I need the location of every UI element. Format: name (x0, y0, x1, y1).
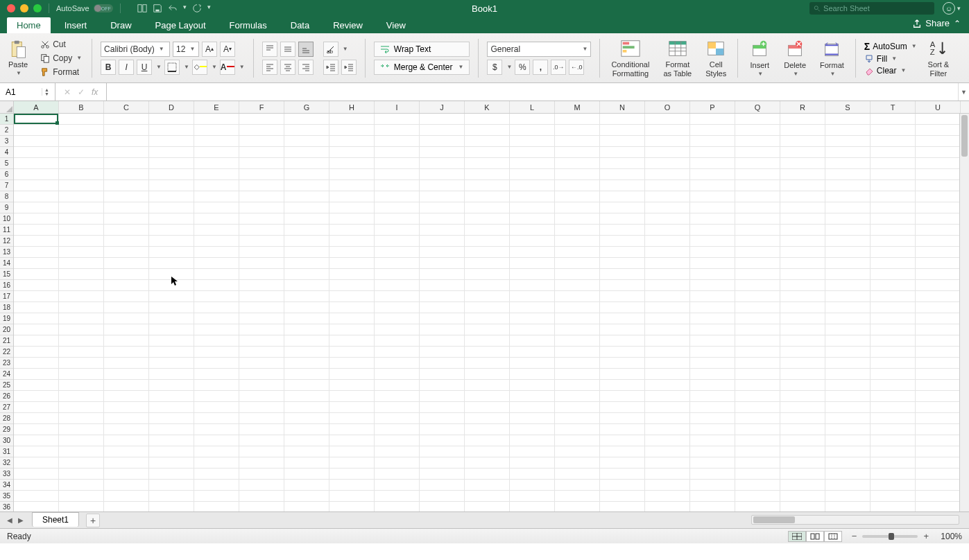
column-header-P[interactable]: P (690, 101, 735, 113)
cell-Q30[interactable] (735, 435, 780, 446)
ribbon-tab-insert[interactable]: Insert (55, 17, 97, 33)
cell-P13[interactable] (690, 247, 735, 258)
cell-G13[interactable] (284, 247, 329, 258)
cell-T10[interactable] (871, 213, 916, 225)
cell-R20[interactable] (780, 324, 825, 335)
cell-C1[interactable] (104, 114, 149, 125)
cell-R26[interactable] (780, 391, 825, 402)
cell-S22[interactable] (825, 347, 871, 358)
cell-I30[interactable] (375, 435, 420, 446)
cell-A36[interactable] (14, 502, 59, 511)
cell-I26[interactable] (375, 391, 420, 402)
cell-H31[interactable] (329, 446, 375, 457)
cell-J2[interactable] (420, 125, 465, 136)
row-header-9[interactable]: 9 (0, 202, 13, 213)
cell-D23[interactable] (149, 358, 194, 369)
row-header-12[interactable]: 12 (0, 236, 13, 247)
cell-D27[interactable] (149, 402, 194, 413)
decrease-indent-button[interactable] (323, 60, 338, 75)
cell-A31[interactable] (14, 446, 59, 457)
cell-U26[interactable] (916, 391, 961, 402)
cell-G14[interactable] (284, 258, 329, 269)
cell-B26[interactable] (59, 391, 104, 402)
cell-B35[interactable] (59, 491, 104, 502)
share-button[interactable]: Share (912, 18, 950, 28)
cell-M9[interactable] (555, 202, 600, 213)
cell-O31[interactable] (645, 446, 690, 457)
cell-H1[interactable] (329, 114, 375, 125)
cell-J32[interactable] (420, 457, 465, 469)
cell-T9[interactable] (871, 202, 916, 213)
cell-Q18[interactable] (735, 302, 780, 313)
cell-M3[interactable] (555, 136, 600, 147)
cell-N23[interactable] (600, 358, 645, 369)
cell-R30[interactable] (780, 435, 825, 446)
cell-N35[interactable] (600, 491, 645, 502)
zoom-level[interactable]: 100% (934, 532, 962, 541)
cell-I17[interactable] (375, 291, 420, 302)
cell-K5[interactable] (465, 158, 510, 169)
cell-N25[interactable] (600, 380, 645, 391)
cell-B21[interactable] (59, 335, 104, 347)
cell-S23[interactable] (825, 358, 871, 369)
cell-L1[interactable] (510, 114, 555, 125)
cell-P21[interactable] (690, 335, 735, 347)
cell-B15[interactable] (59, 269, 104, 280)
cell-J22[interactable] (420, 347, 465, 358)
cell-P22[interactable] (690, 347, 735, 358)
cell-A28[interactable] (14, 413, 59, 424)
cell-R19[interactable] (780, 313, 825, 324)
cell-R12[interactable] (780, 236, 825, 247)
decrease-decimal-button[interactable]: ←.0 (569, 60, 584, 75)
add-sheet-button[interactable]: + (86, 514, 100, 527)
cell-K31[interactable] (465, 446, 510, 457)
cell-S10[interactable] (825, 213, 871, 225)
cell-A17[interactable] (14, 291, 59, 302)
cell-A6[interactable] (14, 169, 59, 180)
cell-C30[interactable] (104, 435, 149, 446)
cell-A14[interactable] (14, 258, 59, 269)
cell-H11[interactable] (329, 225, 375, 236)
cell-I6[interactable] (375, 169, 420, 180)
cell-P24[interactable] (690, 369, 735, 380)
horizontal-scroll-thumb[interactable] (753, 516, 795, 523)
cell-K10[interactable] (465, 213, 510, 225)
cell-K26[interactable] (465, 391, 510, 402)
cell-U29[interactable] (916, 424, 961, 435)
cell-E10[interactable] (194, 213, 239, 225)
row-header-6[interactable]: 6 (0, 169, 13, 180)
cell-R31[interactable] (780, 446, 825, 457)
cell-U9[interactable] (916, 202, 961, 213)
cell-C33[interactable] (104, 469, 149, 480)
cell-O1[interactable] (645, 114, 690, 125)
cell-E23[interactable] (194, 358, 239, 369)
cell-U15[interactable] (916, 269, 961, 280)
cell-G8[interactable] (284, 191, 329, 202)
cell-E5[interactable] (194, 158, 239, 169)
cell-I28[interactable] (375, 413, 420, 424)
cell-P15[interactable] (690, 269, 735, 280)
cell-K9[interactable] (465, 202, 510, 213)
cell-J17[interactable] (420, 291, 465, 302)
cell-T6[interactable] (871, 169, 916, 180)
cell-B2[interactable] (59, 125, 104, 136)
cell-S27[interactable] (825, 402, 871, 413)
cell-E35[interactable] (194, 491, 239, 502)
cell-D9[interactable] (149, 202, 194, 213)
cell-A7[interactable] (14, 180, 59, 191)
cell-C34[interactable] (104, 480, 149, 491)
cell-O15[interactable] (645, 269, 690, 280)
cell-M28[interactable] (555, 413, 600, 424)
cell-S28[interactable] (825, 413, 871, 424)
cell-T31[interactable] (871, 446, 916, 457)
cell-F3[interactable] (239, 136, 284, 147)
cell-I21[interactable] (375, 335, 420, 347)
cell-K21[interactable] (465, 335, 510, 347)
cell-C17[interactable] (104, 291, 149, 302)
cell-S14[interactable] (825, 258, 871, 269)
cell-E21[interactable] (194, 335, 239, 347)
cell-G6[interactable] (284, 169, 329, 180)
cell-Q12[interactable] (735, 236, 780, 247)
cell-M12[interactable] (555, 236, 600, 247)
cell-M6[interactable] (555, 169, 600, 180)
